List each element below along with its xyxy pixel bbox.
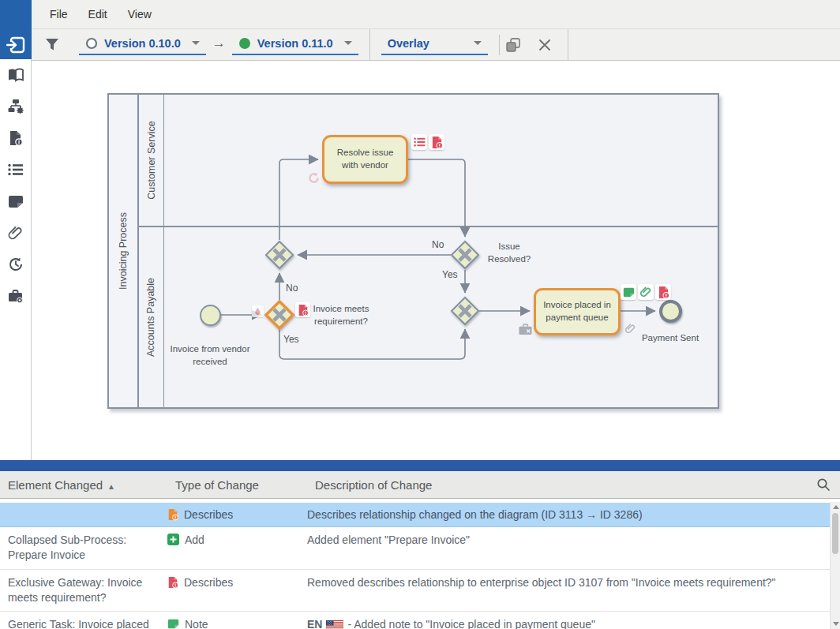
table-scrollbar[interactable] bbox=[830, 502, 840, 629]
describes-changed-icon bbox=[167, 508, 178, 525]
left-sidebar bbox=[0, 59, 32, 460]
filter-icon[interactable] bbox=[45, 38, 59, 51]
menu-file[interactable]: File bbox=[39, 0, 78, 28]
faded-flame-badge[interactable] bbox=[252, 305, 264, 317]
enter-icon bbox=[6, 36, 25, 54]
book-icon bbox=[8, 68, 24, 82]
added-attachment-badge[interactable] bbox=[638, 284, 654, 300]
lane-customer-service[interactable]: Customer Service bbox=[139, 95, 718, 227]
briefcase-icon bbox=[518, 323, 533, 336]
document-info-icon bbox=[9, 130, 23, 146]
end-event-label: Payment Sent bbox=[639, 332, 702, 345]
app-window: File Edit View Version 0.10.0 → Ve bbox=[0, 0, 840, 629]
type-label: Describes bbox=[184, 507, 233, 522]
scroll-up-icon[interactable] bbox=[833, 505, 839, 509]
paperclip-icon bbox=[624, 323, 636, 335]
gateway-issue-resolved[interactable] bbox=[450, 240, 480, 270]
paperclip-icon bbox=[8, 225, 24, 241]
history-icon bbox=[8, 256, 24, 272]
chevron-down-icon bbox=[344, 41, 352, 45]
note-added-icon bbox=[623, 287, 635, 298]
start-event-invoice-received[interactable] bbox=[200, 305, 221, 326]
table-row[interactable]: Generic Task: Invoice placed in payment … bbox=[0, 612, 840, 629]
table-header: Element Changed▲ Type of Change Descript… bbox=[0, 471, 840, 499]
flow-label-no: No bbox=[286, 283, 298, 294]
column-header-type-of-change[interactable]: Type of Change bbox=[175, 471, 259, 499]
column-header-description-of-change[interactable]: Description of Change bbox=[315, 471, 432, 499]
cell-description: Removed describes relationship to enterp… bbox=[307, 570, 840, 611]
type-label: Note bbox=[185, 617, 208, 629]
sidebar-list-button[interactable] bbox=[0, 154, 32, 185]
scroll-down-icon[interactable] bbox=[833, 622, 839, 626]
type-label: Add bbox=[185, 533, 204, 548]
cell-description: Describes relationship changed on the di… bbox=[307, 503, 840, 526]
flow-label-yes: Yes bbox=[283, 334, 299, 345]
version-from-select[interactable]: Version 0.10.0 bbox=[79, 35, 206, 55]
overlay-copy-button[interactable] bbox=[500, 32, 527, 58]
pool-header[interactable]: Invoicing Process bbox=[109, 95, 139, 407]
pool-label: Invoicing Process bbox=[118, 212, 129, 290]
sidebar-document-info-button[interactable] bbox=[0, 122, 32, 154]
lane-accounts-payable[interactable]: Accounts Payable bbox=[139, 227, 718, 407]
chevron-down-icon bbox=[474, 41, 482, 45]
task-resolve-issue[interactable]: Resolve issue with vendor bbox=[322, 135, 408, 184]
added-note-badge[interactable] bbox=[621, 284, 636, 300]
changed-list-badge[interactable] bbox=[411, 134, 427, 150]
sidebar-history-button[interactable] bbox=[0, 249, 32, 280]
cell-element: Collapsed Sub-Process: Prepare Invoice bbox=[0, 527, 167, 569]
faded-briefcase-marker[interactable] bbox=[517, 321, 533, 337]
cell-description: EN - Added note to "In bbox=[307, 612, 840, 629]
diagram-canvas[interactable]: Invoicing Process Customer Service Accou… bbox=[32, 61, 840, 460]
scrollbar-thumb[interactable] bbox=[832, 513, 838, 554]
faded-change-marker[interactable] bbox=[307, 171, 320, 184]
overlay-copy-icon bbox=[505, 37, 521, 53]
sidebar-process-button[interactable] bbox=[0, 91, 32, 122]
table-row[interactable]: Exclusive Gateway: Invoice meets require… bbox=[0, 570, 840, 612]
cell-type: Describes bbox=[167, 570, 307, 611]
change-badges-payment-queue bbox=[621, 284, 671, 300]
flame-icon bbox=[254, 307, 261, 316]
close-compare-button[interactable] bbox=[531, 32, 558, 58]
table-row[interactable]: Describes Describes relationship changed… bbox=[0, 503, 840, 527]
note-added-icon bbox=[167, 618, 179, 629]
end-event-payment-sent[interactable] bbox=[659, 300, 682, 323]
change-badges-resolve-issue bbox=[411, 134, 444, 150]
removed-describes-badge[interactable] bbox=[429, 134, 444, 150]
sidebar-note-button[interactable] bbox=[0, 185, 32, 217]
gateway-merge-upper[interactable] bbox=[264, 240, 294, 270]
column-header-element-changed[interactable]: Element Changed▲ bbox=[8, 471, 115, 500]
lane-header[interactable]: Accounts Payable bbox=[139, 227, 164, 407]
table-row[interactable]: Collapsed Sub-Process: Prepare Invoice A… bbox=[0, 527, 840, 570]
cell-type: Note bbox=[167, 612, 307, 629]
cell-description: Added element "Prepare Invoice" bbox=[307, 527, 840, 569]
search-icon bbox=[816, 477, 831, 492]
sidebar-glossary-button[interactable] bbox=[0, 59, 32, 91]
refresh-icon bbox=[308, 172, 320, 184]
compare-mode-select[interactable]: Overlay bbox=[381, 35, 488, 55]
sidebar-briefcase-settings-button[interactable] bbox=[0, 280, 32, 312]
task-invoice-payment-queue[interactable]: Invoice placed in payment queue bbox=[534, 288, 621, 335]
panel-divider[interactable] bbox=[0, 460, 840, 471]
menu-view[interactable]: View bbox=[118, 0, 162, 28]
description-text: - Added note to "Invoice placed in payme… bbox=[347, 618, 595, 629]
faded-attachment-marker[interactable] bbox=[624, 322, 636, 335]
removed-describes-badge[interactable] bbox=[655, 284, 671, 300]
start-event-label: Invoice from vendor received bbox=[163, 343, 257, 368]
chevron-down-icon bbox=[192, 41, 200, 45]
removed-describes-badge[interactable] bbox=[295, 302, 310, 317]
menu-edit[interactable]: Edit bbox=[78, 0, 118, 28]
gateway-label-invoice-meets: Invoice meets requirement? bbox=[308, 303, 374, 328]
paperclip-icon bbox=[639, 286, 652, 298]
app-logo[interactable] bbox=[0, 0, 32, 59]
table-search-button[interactable] bbox=[816, 477, 831, 495]
sidebar-attachment-button[interactable] bbox=[0, 217, 32, 249]
describes-removed-icon bbox=[658, 286, 669, 299]
lane-header[interactable]: Customer Service bbox=[139, 95, 164, 226]
gateway-invoice-meets-requirement[interactable] bbox=[264, 300, 294, 330]
menu-bar: File Edit View bbox=[32, 0, 840, 29]
version-to-select[interactable]: Version 0.11.0 bbox=[232, 35, 358, 55]
gateway-label-issue-resolved: Issue Resolved? bbox=[478, 241, 541, 265]
compare-arrow: → bbox=[212, 36, 226, 51]
gateway-merge-lower[interactable] bbox=[450, 296, 480, 326]
flow-label-yes: Yes bbox=[442, 269, 458, 280]
